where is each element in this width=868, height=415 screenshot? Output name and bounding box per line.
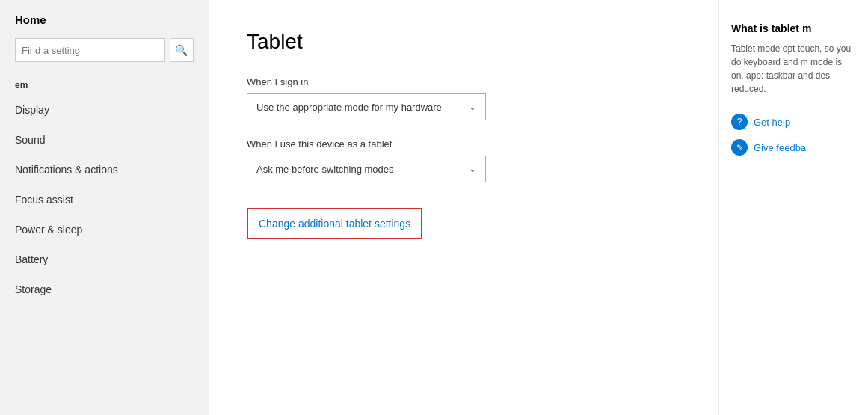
sidebar-item-battery[interactable]: Battery bbox=[0, 245, 209, 274]
sidebar-item-sound[interactable]: Sound bbox=[0, 125, 209, 155]
sign-in-section: When I sign in Use the appropriate mode … bbox=[247, 76, 681, 120]
sidebar-item-power[interactable]: Power & sleep bbox=[0, 215, 209, 245]
page-title: Tablet bbox=[247, 30, 681, 54]
main-content: Tablet When I sign in Use the appropriat… bbox=[209, 0, 718, 415]
sign-in-label: When I sign in bbox=[247, 76, 681, 87]
get-help-label: Get help bbox=[754, 117, 790, 128]
chevron-down-icon-2: ⌄ bbox=[469, 164, 476, 174]
sidebar-home[interactable]: Home bbox=[0, 0, 209, 34]
change-additional-settings-link[interactable]: Change additional tablet settings bbox=[259, 218, 410, 230]
sidebar-item-label: Power & sleep bbox=[15, 224, 82, 236]
sidebar-item-storage[interactable]: Storage bbox=[0, 274, 209, 304]
get-help-icon: ? bbox=[731, 114, 748, 130]
search-input[interactable] bbox=[15, 38, 165, 62]
sign-in-dropdown[interactable]: Use the appropriate mode for my hardware… bbox=[247, 93, 486, 120]
give-feedback-icon: ✎ bbox=[731, 139, 748, 156]
sign-in-dropdown-value: Use the appropriate mode for my hardware bbox=[256, 102, 442, 113]
sidebar-item-display[interactable]: Display bbox=[0, 95, 209, 125]
chevron-down-icon: ⌄ bbox=[469, 102, 476, 112]
sidebar-item-label: Sound bbox=[15, 134, 45, 146]
right-panel: What is tablet m Tablet mode opt touch, … bbox=[718, 0, 868, 415]
change-link-box: Change additional tablet settings bbox=[247, 208, 422, 239]
tablet-mode-section: When I use this device as a tablet Ask m… bbox=[247, 138, 681, 182]
sidebar-search-container: 🔍 bbox=[0, 34, 209, 73]
right-panel-description: Tablet mode opt touch, so you do keyboar… bbox=[731, 42, 856, 96]
sidebar-item-label: Storage bbox=[15, 283, 52, 295]
sidebar-item-notifications[interactable]: Notifications & actions bbox=[0, 155, 209, 185]
sidebar-item-label: Notifications & actions bbox=[15, 164, 118, 176]
give-feedback-label: Give feedba bbox=[754, 142, 806, 153]
tablet-mode-dropdown-value: Ask me before switching modes bbox=[256, 164, 394, 175]
sidebar-nav: Display Sound Notifications & actions Fo… bbox=[0, 95, 209, 304]
sidebar-section-label: em bbox=[0, 73, 209, 95]
sidebar-item-focus[interactable]: Focus assist bbox=[0, 185, 209, 215]
sidebar-item-label: Display bbox=[15, 104, 49, 116]
search-button[interactable]: 🔍 bbox=[170, 38, 194, 62]
give-feedback-link[interactable]: ✎ Give feedba bbox=[731, 139, 856, 156]
right-panel-title: What is tablet m bbox=[731, 22, 856, 34]
tablet-mode-dropdown[interactable]: Ask me before switching modes ⌄ bbox=[247, 156, 486, 182]
tablet-mode-label: When I use this device as a tablet bbox=[247, 138, 681, 150]
get-help-link[interactable]: ? Get help bbox=[731, 114, 856, 130]
sidebar-item-label: Battery bbox=[15, 253, 48, 265]
search-icon: 🔍 bbox=[175, 44, 188, 56]
sidebar-item-label: Focus assist bbox=[15, 194, 73, 206]
sidebar: Home 🔍 em Display Sound Notifications & … bbox=[0, 0, 209, 415]
